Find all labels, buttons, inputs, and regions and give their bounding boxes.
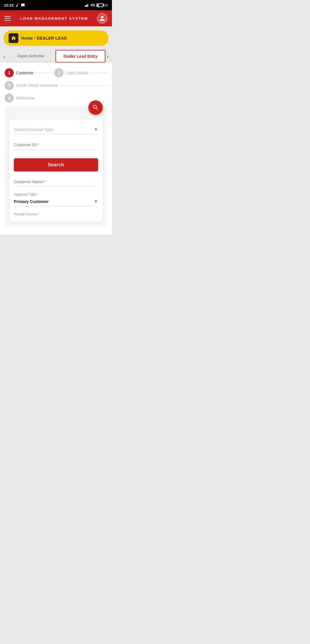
music-icon [15, 3, 19, 7]
breadcrumb-home: Home [21, 36, 33, 40]
customer-type-field: Select Customer Type Individual Corporat… [14, 125, 98, 134]
step-1-label: Customer [16, 71, 34, 75]
step-3-circle: 3 [5, 81, 14, 90]
customer-name-input[interactable] [14, 177, 98, 186]
form-card: Select Customer Type Individual Corporat… [9, 119, 103, 222]
signal-icon [85, 3, 90, 7]
network-type: 4G [91, 3, 95, 7]
step-1-circle: 1 [5, 68, 14, 77]
status-left: 12:23 [4, 3, 25, 7]
svg-rect-1 [86, 5, 87, 7]
svg-rect-0 [85, 5, 86, 7]
applicant-type-field: Applicant Type * Primary Customer Co-App… [14, 192, 98, 206]
tab-prev-arrow[interactable]: ‹ [2, 51, 7, 62]
step-line-1-2 [35, 73, 53, 73]
breadcrumb: Home / DEALER LEAD [3, 30, 108, 46]
customer-id-field [14, 140, 98, 150]
step-4-label: Reference [16, 96, 35, 100]
step-1: 1 Customer [5, 68, 34, 77]
user-icon [99, 15, 105, 22]
form-section: Select Customer Type Individual Corporat… [5, 106, 107, 227]
tabs-container: ‹ loyee Scheme Dealer Lead Entry › [0, 50, 112, 63]
step-4-circle: 4 [5, 93, 14, 103]
battery-level: 25 [104, 3, 108, 7]
tab-next-arrow[interactable]: › [105, 51, 110, 62]
search-fab-button[interactable] [88, 100, 103, 115]
step-line-3-end [60, 85, 107, 86]
tab-dealer-lead-entry[interactable]: Dealer Lead Entry [55, 50, 105, 63]
battery-icon [96, 3, 103, 7]
hamburger-menu[interactable] [5, 16, 11, 21]
customer-id-input[interactable] [14, 140, 98, 149]
status-right: 4G 25 [85, 3, 108, 7]
breadcrumb-current: DEALER LEAD [37, 36, 67, 40]
step-2-label: Loan Details [66, 71, 88, 75]
step-3-label: Credit Shield Insurance [16, 83, 58, 88]
svg-rect-3 [88, 4, 89, 7]
stepper-row-1: 1 Customer 2 Loan Details [5, 68, 107, 77]
main-content: 1 Customer 2 Loan Details 3 Credit Shiel… [0, 63, 112, 235]
breadcrumb-text: Home / DEALER LEAD [21, 36, 67, 40]
step-2-circle: 2 [54, 68, 63, 77]
applicant-type-label: Applicant Type * [14, 192, 98, 196]
user-avatar[interactable] [97, 13, 107, 24]
home-icon[interactable] [9, 33, 18, 43]
customer-name-input-wrap[interactable] [14, 177, 98, 187]
search-button[interactable]: Search [14, 158, 98, 171]
step-2: 2 Loan Details [54, 68, 88, 77]
stepper-row-2: 3 Credit Shield Insurance [5, 81, 107, 90]
search-fab-icon [92, 104, 99, 111]
annual-income-label: Annual Income * [14, 212, 98, 216]
chat-icon [21, 3, 25, 7]
breadcrumb-separator: / [34, 36, 37, 40]
applicant-type-select[interactable]: Primary Customer Co-Applicant Guarantor [14, 197, 98, 206]
customer-type-select[interactable]: Select Customer Type Individual Corporat… [14, 125, 98, 134]
status-bar: 12:23 4G 25 [0, 0, 112, 10]
app-title: LOAN MANAGEMENT SYSTEM [20, 16, 88, 21]
house-icon [11, 35, 16, 41]
step-4: 4 Reference [5, 93, 35, 103]
svg-rect-2 [87, 4, 88, 7]
customer-id-input-wrap[interactable] [14, 140, 98, 150]
applicant-type-select-wrapper[interactable]: Primary Customer Co-Applicant Guarantor … [14, 197, 98, 206]
step-line-2-end [90, 73, 107, 73]
tab-employee-scheme[interactable]: loyee Scheme [7, 50, 55, 63]
top-nav: LOAN MANAGEMENT SYSTEM [0, 10, 112, 26]
customer-type-select-wrapper[interactable]: Select Customer Type Individual Corporat… [14, 125, 98, 134]
step-3: 3 Credit Shield Insurance [5, 81, 58, 90]
customer-name-field [14, 177, 98, 187]
time: 12:23 [4, 3, 13, 7]
